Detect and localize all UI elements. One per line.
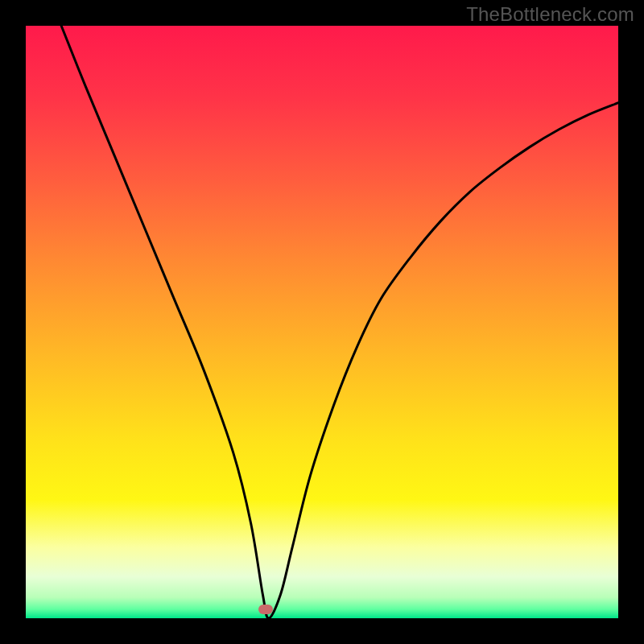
watermark-text: TheBottleneck.com bbox=[466, 3, 634, 26]
curve-path bbox=[61, 26, 618, 618]
root-stage: TheBottleneck.com bbox=[0, 0, 644, 644]
bottleneck-curve bbox=[26, 26, 618, 618]
plot-area bbox=[26, 26, 618, 618]
optimal-point-marker bbox=[258, 605, 273, 614]
